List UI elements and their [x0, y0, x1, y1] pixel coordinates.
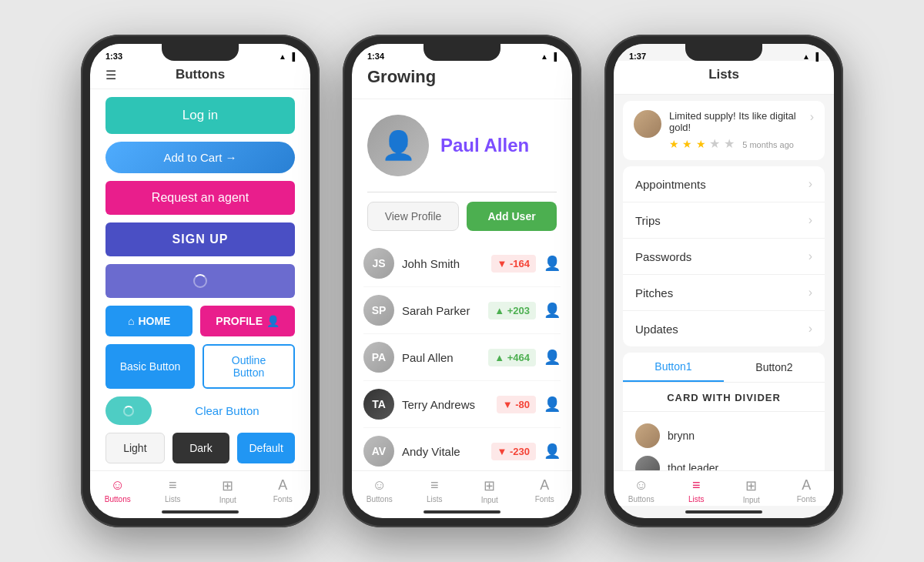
add-to-cart-button[interactable]: Add to Cart →	[105, 142, 295, 173]
status-bar-1: 1:33 ▲ ▐	[90, 44, 310, 61]
user-name-andy: Andy Vitale	[402, 445, 484, 458]
tab-buttons-1[interactable]: ☺ Buttons	[90, 477, 146, 504]
add-user-button[interactable]: Add User	[467, 202, 557, 231]
user-action-terry[interactable]: 👤	[544, 396, 561, 413]
tab-buttons-2[interactable]: ☺ Buttons	[352, 477, 407, 504]
user-name-sarah: Sarah Parker	[402, 304, 480, 317]
tab-fonts-label-3: Fonts	[797, 495, 816, 503]
home-indicator-1	[162, 510, 239, 513]
list-icon: ≡	[169, 477, 177, 493]
badge-down-johh: ▼ -164	[491, 255, 537, 273]
notch-2	[424, 44, 500, 61]
badge-up-paul: ▲ +464	[488, 349, 536, 366]
user-action-paul[interactable]: 👤	[544, 349, 561, 366]
trips-label: Trips	[635, 214, 808, 227]
home-button[interactable]: ⌂ HOME	[105, 306, 192, 336]
button2-tab[interactable]: Button2	[724, 353, 825, 382]
status-icons-2: ▲ ▐	[541, 52, 557, 61]
hamburger-icon[interactable]: ☰	[105, 68, 116, 82]
status-icons-1: ▲ ▐	[279, 52, 295, 61]
tab-lists-1[interactable]: ≡ Lists	[146, 477, 201, 504]
tab-buttons-3[interactable]: ☺ Buttons	[614, 477, 669, 504]
profile-actions: View Profile Add User	[352, 192, 572, 240]
phone-buttons: 1:33 ▲ ▐ ☰ Buttons Log in Add to Cart → …	[81, 35, 320, 527]
status-bar-3: 1:37 ▲ ▐	[614, 44, 834, 61]
tab-buttons-label-3: Buttons	[628, 495, 654, 503]
tab-input-3[interactable]: ⊞ Input	[724, 477, 779, 504]
list-item[interactable]: Passwords ›	[623, 239, 825, 275]
list-item[interactable]: Pitches ›	[623, 275, 825, 311]
tab-lists-2[interactable]: ≡ Lists	[407, 477, 463, 504]
tab-lists-label-2: Lists	[427, 495, 443, 503]
tab-fonts-3[interactable]: A Fonts	[779, 477, 835, 504]
profile-name: Paul Allen	[440, 135, 529, 156]
user-avatar-terry: TA	[363, 389, 394, 420]
smiley-icon-2: ☺	[373, 477, 387, 493]
profile-label: PROFILE	[216, 315, 263, 327]
light-button[interactable]: Light	[105, 433, 165, 463]
chevron-pitches: ›	[808, 286, 812, 299]
list-icon-3: ≡	[692, 477, 701, 493]
table-row: SP Sarah Parker ▲ +203 👤	[363, 287, 561, 334]
fonts-icon-2: A	[540, 477, 549, 493]
tab-input-1[interactable]: ⊞ Input	[200, 477, 256, 504]
list-item[interactable]: Appointments ›	[623, 166, 825, 202]
button1-tab[interactable]: Button1	[623, 353, 724, 382]
clear-button[interactable]: Clear Button	[159, 396, 295, 425]
user-action-johh[interactable]: 👤	[544, 255, 561, 272]
view-profile-button[interactable]: View Profile	[367, 202, 459, 231]
tab-fonts-2[interactable]: A Fonts	[517, 477, 573, 504]
input-icon-2: ⊞	[484, 477, 495, 494]
basic-button[interactable]: Basic Button	[105, 344, 195, 389]
list-section: Appointments › Trips › Passwords › Pitch…	[623, 166, 825, 346]
spinner-icon	[193, 274, 207, 288]
wifi-icon: ▲	[279, 52, 286, 61]
user-avatar-johh: JS	[363, 248, 394, 279]
wifi-icon-2: ▲	[541, 52, 548, 61]
loading-button[interactable]	[105, 264, 295, 298]
reviewer-avatar	[634, 110, 661, 138]
wifi-icon-3: ▲	[802, 52, 810, 61]
star-1: ★	[669, 138, 679, 150]
input-icon-3: ⊞	[745, 477, 757, 494]
notch-1	[162, 44, 239, 61]
home-icon: ⌂	[128, 315, 134, 327]
list-item[interactable]: Updates ›	[623, 311, 825, 346]
tab-fonts-1[interactable]: A Fonts	[256, 477, 311, 504]
table-row: JS Johh Smith ▼ -164 👤	[363, 240, 561, 287]
brynn-avatar	[635, 423, 660, 448]
login-button[interactable]: Log in	[105, 97, 295, 134]
status-icons-3: ▲ ▐	[802, 52, 819, 61]
passwords-label: Passwords	[635, 250, 808, 263]
dark-button[interactable]: Dark	[172, 433, 230, 463]
tab-buttons-label-2: Buttons	[367, 495, 393, 503]
card-user-row: brynn	[635, 420, 812, 452]
card-user-row: thot leader	[635, 452, 812, 470]
smiley-icon: ☺	[111, 477, 125, 493]
user-action-andy[interactable]: 👤	[544, 443, 561, 460]
tab-lists-3[interactable]: ≡ Lists	[669, 477, 725, 504]
avatar: 👤	[367, 115, 429, 176]
tab-buttons-label: Buttons	[105, 495, 131, 503]
request-agent-button[interactable]: Request an agent	[105, 181, 295, 215]
phone2-header: Growing	[352, 61, 572, 99]
tab-input-2[interactable]: ⊞ Input	[462, 477, 517, 504]
chevron-trips: ›	[808, 213, 812, 227]
profile-button[interactable]: PROFILE 👤	[200, 306, 295, 336]
user-action-sarah[interactable]: 👤	[544, 302, 561, 319]
battery-icon-3: ▐	[813, 52, 819, 61]
chevron-passwords: ›	[808, 249, 812, 263]
signup-button[interactable]: SIGN UP	[105, 222, 295, 256]
outline-button[interactable]: Outline Button	[203, 344, 295, 389]
person-icon: 👤	[266, 315, 280, 327]
default-button[interactable]: Default	[237, 433, 295, 463]
review-time: 5 months ago	[742, 140, 794, 149]
page-title-1: Buttons	[176, 67, 225, 82]
list-item[interactable]: Trips ›	[623, 202, 825, 239]
phone3-header: Lists	[614, 61, 834, 95]
time-1: 1:33	[105, 52, 122, 61]
toggle-loading-button[interactable]	[105, 396, 152, 425]
battery-icon: ▐	[290, 52, 295, 61]
chevron-updates: ›	[808, 322, 812, 336]
tab-input-label: Input	[219, 496, 236, 504]
